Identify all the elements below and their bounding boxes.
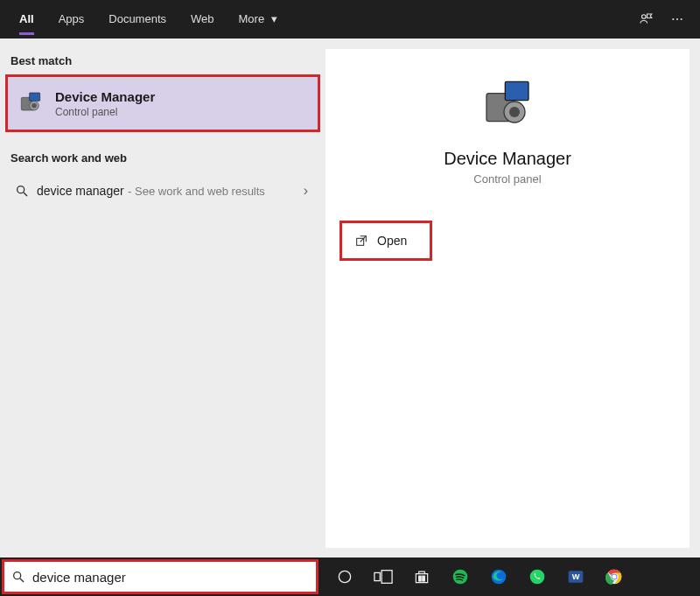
web-result-tail: - See work and web results [128, 185, 265, 198]
search-results-panel: Best match Device Manager Control panel … [0, 39, 700, 557]
svg-line-16 [20, 578, 24, 582]
best-match-title: Device Manager [55, 89, 155, 104]
chevron-down-icon: ▾ [271, 12, 277, 25]
svg-point-13 [509, 107, 520, 117]
svg-rect-20 [419, 576, 422, 578]
feedback-icon[interactable] [630, 0, 662, 39]
web-result-item[interactable]: device manager - See work and web result… [0, 170, 326, 212]
svg-point-8 [18, 186, 24, 193]
svg-rect-21 [423, 576, 425, 578]
best-match-text: Device Manager Control panel [55, 89, 155, 118]
edge-icon[interactable] [480, 557, 518, 596]
open-button[interactable]: Open [354, 234, 407, 248]
preview-app-icon [480, 77, 536, 133]
device-manager-icon [17, 89, 45, 117]
svg-point-1 [672, 18, 674, 20]
search-icon [12, 184, 32, 198]
preview-column: Device Manager Control panel Open [326, 39, 700, 557]
open-highlight: Open [340, 221, 432, 261]
tab-all[interactable]: All [7, 0, 46, 39]
top-nav-bar: All Apps Documents Web More ▾ [0, 0, 700, 39]
tab-web[interactable]: Web [178, 0, 227, 39]
svg-rect-18 [374, 572, 380, 580]
cortana-icon[interactable] [326, 557, 364, 596]
open-external-icon [354, 234, 368, 248]
best-match-item[interactable]: Device Manager Control panel [8, 77, 318, 130]
web-result-query: device manager [37, 184, 124, 198]
svg-point-17 [339, 571, 350, 582]
svg-point-15 [14, 572, 21, 579]
svg-point-26 [530, 570, 545, 585]
svg-rect-23 [423, 579, 425, 582]
svg-rect-19 [382, 571, 392, 584]
best-match-subtitle: Control panel [55, 106, 155, 118]
svg-rect-11 [505, 81, 528, 100]
taskbar-icons: W [326, 557, 634, 596]
search-web-heading: Search work and web [0, 146, 326, 170]
microsoft-store-icon[interactable] [402, 557, 441, 596]
word-icon[interactable]: W [556, 557, 595, 596]
svg-point-31 [612, 575, 617, 579]
svg-rect-22 [419, 579, 422, 582]
task-view-icon[interactable] [364, 557, 402, 596]
open-label: Open [377, 234, 407, 248]
taskbar: W [0, 557, 700, 596]
preview-panel: Device Manager Control panel Open [326, 49, 690, 548]
preview-title: Device Manager [340, 149, 676, 169]
tab-more[interactable]: More ▾ [227, 0, 290, 39]
svg-point-7 [32, 103, 36, 108]
best-match-heading: Best match [0, 49, 326, 73]
filter-tabs: All Apps Documents Web More ▾ [7, 0, 290, 39]
svg-point-2 [676, 18, 678, 20]
tab-apps[interactable]: Apps [46, 0, 97, 39]
svg-point-3 [681, 18, 682, 20]
chevron-right-icon[interactable]: › [298, 183, 313, 199]
web-result-text: device manager - See work and web result… [37, 183, 298, 199]
svg-rect-5 [30, 93, 40, 101]
svg-text:W: W [572, 572, 580, 581]
svg-point-0 [642, 15, 647, 19]
tab-documents[interactable]: Documents [96, 0, 178, 39]
search-box-highlight [2, 559, 318, 594]
search-input[interactable] [32, 562, 316, 592]
preview-subtitle: Control panel [340, 172, 676, 186]
whatsapp-icon[interactable] [518, 557, 556, 596]
spotify-icon[interactable] [441, 557, 480, 596]
search-icon [4, 570, 32, 584]
chrome-icon[interactable] [595, 557, 634, 596]
tab-more-label: More [239, 12, 265, 25]
svg-line-9 [24, 193, 27, 196]
best-match-highlight: Device Manager Control panel [5, 74, 320, 132]
more-options-icon[interactable] [662, 0, 693, 39]
results-column: Best match Device Manager Control panel … [0, 39, 326, 557]
